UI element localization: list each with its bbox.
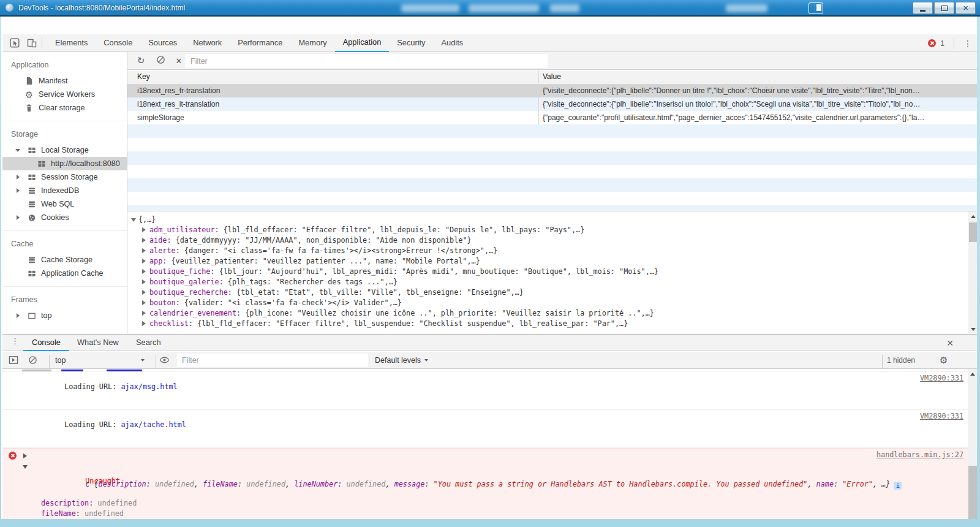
tree-root[interactable]: {,…}: [131, 214, 966, 225]
expander-closed-icon[interactable]: [17, 175, 20, 180]
disclosure-closed-icon[interactable]: [142, 248, 146, 253]
source-link[interactable]: handlebars.min.js:27: [876, 450, 963, 459]
tree-item[interactable]: alerte: {danger: "<i class='fa-fw fa fa-…: [131, 246, 966, 256]
tab-application[interactable]: Application: [335, 34, 390, 52]
info-icon[interactable]: i: [894, 482, 902, 490]
tree-item[interactable]: boutique_recherche: {tbl_etat: "Etat", t…: [131, 287, 966, 298]
log-text[interactable]: Loading URL: ajax/tache.html: [64, 420, 186, 429]
disclosure-closed-icon[interactable]: [142, 259, 146, 264]
expander-closed-icon[interactable]: [17, 188, 20, 193]
scroll-down-icon[interactable]: [968, 324, 977, 334]
tree-item[interactable]: app: {veuillez_patienter: "veuillez pati…: [131, 256, 966, 267]
sidebar-item-top-frame[interactable]: top: [2, 309, 127, 322]
sidebar-item-clear-storage[interactable]: Clear storage: [2, 101, 127, 115]
drawer-close-icon[interactable]: ✕: [944, 337, 956, 349]
disclosure-closed-icon[interactable]: [142, 321, 146, 326]
clear-console-icon[interactable]: [28, 352, 37, 368]
close-button[interactable]: ✕: [956, 2, 976, 14]
drawer-menu-kebab-icon[interactable]: ⋮: [11, 336, 19, 346]
console-filter-input[interactable]: [177, 354, 368, 367]
source-link[interactable]: VM2890:331: [920, 374, 963, 382]
drawer-tab-whats-new[interactable]: What's New: [69, 335, 127, 351]
tree-item[interactable]: boutique_galerie: {plh_tags: "Rechercher…: [131, 277, 966, 287]
log-levels-dropdown[interactable]: Default levels: [375, 352, 428, 368]
disclosure-closed-icon[interactable]: [142, 279, 146, 284]
tab-sources[interactable]: Sources: [140, 34, 185, 52]
log-text[interactable]: Loading URL: ajax/msg.html: [64, 382, 178, 391]
tab-elements[interactable]: Elements: [47, 34, 96, 52]
sidebar-item-localhost-8080[interactable]: http://localhost:8080: [2, 157, 127, 170]
tree-item[interactable]: boutique_fiche: {lbl_jour: "Aujourd'hui"…: [131, 267, 966, 277]
column-divider[interactable]: [538, 70, 539, 83]
scroll-up-icon[interactable]: [968, 369, 977, 379]
expander-open-icon[interactable]: [15, 149, 20, 152]
console-sidebar-toggle-icon[interactable]: [9, 352, 18, 368]
clear-all-icon[interactable]: [156, 55, 165, 66]
table-row[interactable]: i18next_res_fr-translation {"visite_deco…: [127, 84, 977, 97]
object-property-row[interactable]: fileName: undefined: [2, 509, 977, 519]
source-link[interactable]: VM2890:331: [920, 412, 963, 420]
column-header-key[interactable]: Key: [137, 72, 150, 81]
error-object-summary[interactable]: c {description: undefined, fileName: und…: [2, 462, 977, 498]
tree-item[interactable]: calendrier_evenement: {plh_icone: "Veuil…: [131, 308, 966, 319]
delete-selected-icon[interactable]: ✕: [174, 56, 184, 66]
tree-item[interactable]: checklist: {lbl_fld_effacer: "Effacer fi…: [131, 319, 966, 329]
console-log-row[interactable]: Loading URL: ajax/msg.html VM2890:331: [2, 372, 977, 410]
table-row[interactable]: i18next_res_it-translation {"visite_deco…: [127, 97, 977, 111]
redacted-text-blur: [469, 4, 539, 12]
disclosure-open-icon[interactable]: [131, 218, 136, 222]
table-row[interactable]: simpleStorage {"page_courante":"profil_u…: [127, 111, 977, 124]
column-header-value[interactable]: Value: [543, 72, 561, 81]
tab-audits[interactable]: Audits: [434, 34, 472, 52]
scrollbar-thumb[interactable]: [968, 466, 977, 519]
sidebar-item-session-storage[interactable]: Session Storage: [2, 170, 127, 184]
error-header-row[interactable]: Uncaught handlebars.min.js:27: [2, 449, 977, 462]
object-property-row[interactable]: description: undefined: [2, 498, 977, 509]
expander-closed-icon[interactable]: [17, 215, 20, 220]
tab-console[interactable]: Console: [96, 34, 140, 52]
disclosure-closed-icon[interactable]: [23, 453, 27, 458]
tab-memory[interactable]: Memory: [290, 34, 334, 52]
maximize-button[interactable]: [934, 2, 954, 14]
minimize-button[interactable]: [913, 2, 933, 14]
inspect-element-icon[interactable]: [10, 38, 20, 48]
preview-scrollbar[interactable]: [968, 211, 977, 334]
disclosure-closed-icon[interactable]: [142, 227, 146, 232]
sidebar-item-cache-storage[interactable]: Cache Storage: [2, 253, 127, 267]
tree-item[interactable]: adm_utilisateur: {lbl_fld_effacer: "Effa…: [131, 225, 966, 235]
tab-network[interactable]: Network: [185, 34, 230, 52]
live-expression-eye-icon[interactable]: [159, 352, 170, 368]
console-log-row[interactable]: Loading URL: ajax/tache.html VM2890:331: [2, 410, 977, 448]
disclosure-closed-icon[interactable]: [142, 290, 146, 295]
sidebar-item-cookies[interactable]: Cookies: [2, 211, 127, 224]
expander-closed-icon[interactable]: [17, 313, 20, 318]
sidebar-item-manifest[interactable]: Manifest: [2, 74, 127, 88]
console-settings-gear-icon[interactable]: ⚙: [940, 352, 948, 368]
disclosure-closed-icon[interactable]: [142, 311, 146, 316]
sidebar-item-indexeddb[interactable]: IndexedDB: [2, 184, 127, 197]
scroll-up-icon[interactable]: [968, 211, 977, 221]
tab-performance[interactable]: Performance: [230, 34, 290, 52]
tree-item[interactable]: bouton: {valider: "<i class='fa fa-check…: [131, 298, 966, 308]
sidebar-item-service-workers[interactable]: ⚙ Service Workers: [2, 88, 127, 101]
console-scrollbar[interactable]: [968, 369, 977, 519]
main-menu-kebab-icon[interactable]: ⋮: [963, 39, 972, 48]
dock-side-icon[interactable]: [809, 2, 823, 14]
execution-context-selector[interactable]: top: [55, 352, 145, 368]
sidebar-item-local-storage[interactable]: Local Storage: [2, 143, 127, 157]
disclosure-closed-icon[interactable]: [142, 300, 146, 305]
sidebar-item-web-sql[interactable]: Web SQL: [2, 197, 127, 211]
device-toolbar-icon[interactable]: [27, 38, 37, 48]
tree-item[interactable]: aide: {date_ddmmyyyy: "JJ/MM/AAAA", non_…: [131, 235, 966, 246]
disclosure-open-icon[interactable]: [23, 465, 28, 469]
tab-security[interactable]: Security: [389, 34, 433, 52]
disclosure-closed-icon[interactable]: [142, 269, 146, 274]
error-count-icon[interactable]: [928, 39, 936, 47]
refresh-icon[interactable]: ↻: [136, 55, 146, 66]
scrollbar-thumb[interactable]: [969, 222, 977, 242]
disclosure-closed-icon[interactable]: [142, 238, 146, 243]
sidebar-item-application-cache[interactable]: Application Cache: [2, 267, 127, 280]
drawer-tab-console[interactable]: Console: [23, 335, 69, 351]
drawer-tab-search[interactable]: Search: [127, 335, 170, 351]
storage-filter-input[interactable]: [185, 54, 548, 68]
